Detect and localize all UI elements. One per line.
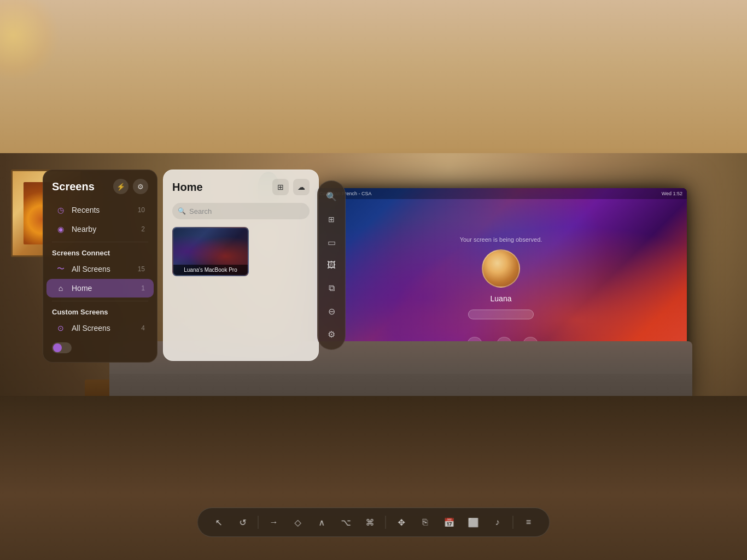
grid-icon: ⊞ — [277, 183, 284, 191]
diamond-tool[interactable]: ◇ — [288, 512, 308, 532]
circle-minus-icon: ⊖ — [328, 306, 335, 317]
layers-icon: ⧉ — [329, 283, 335, 293]
nav-item-recents[interactable]: ◷ Recents 10 — [46, 201, 154, 219]
recents-icon: ◷ — [55, 205, 66, 215]
nearby-label: Nearby — [72, 225, 136, 234]
mac-password-field[interactable] — [468, 310, 534, 319]
undo-icon: ↺ — [239, 517, 246, 528]
custom-screens-label: Custom Screens — [43, 305, 157, 318]
menu-tool[interactable]: ≡ — [519, 512, 539, 532]
cursor-tool[interactable]: ↖ — [209, 512, 229, 532]
mac-menu-bar: Canadian French - CSA Wed 1:52 — [315, 188, 687, 199]
toolbar-separator-3 — [513, 516, 513, 529]
option-tool[interactable]: ⌥ — [336, 512, 356, 532]
home-panel: Home ⊞ ☁ 🔍 Search Luana's MacBook Pro — [163, 170, 319, 361]
screens-panel-header: Screens ⚡ ⚙ — [43, 179, 157, 194]
option-icon: ⌥ — [341, 517, 351, 528]
flash-icon: ⚡ — [116, 183, 125, 191]
ceiling — [0, 0, 747, 153]
arrow-right-tool[interactable]: → — [264, 512, 284, 532]
gear-icon: ⚙ — [137, 183, 144, 191]
custom-all-screens-icon: ⊙ — [55, 323, 66, 334]
nearby-count: 2 — [141, 225, 145, 233]
toolbar-separator-1 — [258, 516, 259, 529]
all-screens-label: All Screens — [72, 265, 132, 273]
recents-count: 10 — [138, 206, 145, 214]
photo-icon: 🖼 — [327, 260, 336, 270]
search-placeholder: Search — [189, 207, 212, 215]
home-panel-title: Home — [172, 181, 203, 194]
move-icon: ✥ — [398, 517, 405, 528]
bottom-toolbar: ↖ ↺ → ◇ ∧ ⌥ ⌘ ✥ ⎘ 📅 ⬜ ♪ ≡ — [197, 508, 550, 537]
macbook-label: Luana's MacBook Pro — [173, 265, 248, 275]
recents-label: Recents — [72, 206, 132, 214]
cursor-icon: ↖ — [215, 517, 222, 528]
audio-icon: ♪ — [495, 517, 500, 527]
cloud-icon: ☁ — [297, 183, 305, 191]
copy-icon: ⎘ — [423, 517, 428, 527]
settings-button[interactable]: ⚙ — [133, 179, 148, 194]
command-tool[interactable]: ⌘ — [360, 512, 380, 532]
home-cloud-button[interactable]: ☁ — [293, 179, 310, 195]
search-icon: 🔍 — [178, 207, 186, 215]
chevron-up-icon: ∧ — [319, 517, 325, 528]
toolbar-circle-minus-button[interactable]: ⊖ — [322, 301, 341, 321]
toolbar-gear-button[interactable]: ⚙ — [322, 324, 341, 344]
home-search-bar[interactable]: 🔍 Search — [172, 203, 310, 219]
toggle-switch[interactable] — [52, 342, 72, 353]
header-icons: ⚡ ⚙ — [113, 179, 148, 194]
home-count: 1 — [141, 284, 145, 292]
macbook-thumbnail[interactable]: Luana's MacBook Pro — [172, 227, 249, 276]
observation-text: Your screen is being observed. — [460, 236, 542, 243]
home-icon: ⌂ — [55, 283, 66, 294]
flash-button[interactable]: ⚡ — [113, 179, 129, 194]
diamond-icon: ◇ — [295, 517, 301, 528]
divider-2 — [52, 301, 148, 301]
window-tool[interactable]: ⬜ — [464, 512, 483, 532]
nearby-icon: ◉ — [55, 224, 66, 235]
screens-panel-title: Screens — [52, 180, 95, 193]
nav-item-home[interactable]: ⌂ Home 1 — [46, 279, 154, 298]
command-icon: ⌘ — [366, 517, 375, 528]
home-header-actions: ⊞ ☁ — [272, 179, 310, 195]
home-panel-header: Home ⊞ ☁ — [172, 179, 310, 195]
divider-1 — [52, 242, 148, 242]
toolbar-grid-button[interactable]: ⊞ — [322, 209, 341, 229]
all-screens-icon: 〜 — [55, 264, 66, 275]
custom-all-screens-count: 4 — [141, 324, 145, 332]
all-screens-count: 15 — [138, 265, 145, 273]
nav-item-custom-all-screens[interactable]: ⊙ All Screens 4 — [46, 319, 154, 337]
calendar-icon: 📅 — [444, 517, 455, 528]
gear-icon: ⚙ — [328, 329, 335, 340]
toolbar-layers-button[interactable]: ⧉ — [322, 278, 341, 298]
undo-tool[interactable]: ↺ — [233, 512, 253, 532]
nav-item-all-screens[interactable]: 〜 All Screens 15 — [46, 260, 154, 278]
nav-item-nearby[interactable]: ◉ Nearby 2 — [46, 220, 154, 238]
toolbar-display-button[interactable]: ▭ — [322, 232, 341, 252]
search-icon: 🔍 — [326, 191, 337, 202]
side-toolbar: 🔍 ⊞ ▭ 🖼 ⧉ ⊖ ⚙ — [317, 180, 346, 350]
arrow-right-icon: → — [270, 517, 278, 527]
toggle-knob — [53, 343, 62, 352]
window-icon: ⬜ — [468, 517, 479, 528]
custom-all-screens-label: All Screens — [72, 324, 136, 332]
screens-connect-label: Screens Connect — [43, 246, 157, 259]
mac-avatar — [482, 249, 520, 288]
move-tool[interactable]: ✥ — [392, 512, 411, 532]
toolbar-photo-button[interactable]: 🖼 — [322, 255, 341, 275]
grid-icon: ⊞ — [328, 215, 335, 224]
screens-panel: Screens ⚡ ⚙ ◷ Recents 10 ◉ Nearby 2 Scre… — [43, 170, 157, 363]
home-label: Home — [72, 284, 136, 293]
chevron-up-tool[interactable]: ∧ — [312, 512, 332, 532]
mac-username: Luana — [491, 294, 512, 303]
mac-time: Wed 1:52 — [662, 191, 682, 196]
display-icon: ▭ — [328, 237, 336, 248]
calendar-tool[interactable]: 📅 — [440, 512, 459, 532]
toolbar-search-button[interactable]: 🔍 — [322, 186, 341, 206]
audio-tool[interactable]: ♪ — [488, 512, 507, 532]
menu-icon: ≡ — [526, 517, 531, 527]
home-grid-button[interactable]: ⊞ — [272, 179, 289, 195]
copy-tool[interactable]: ⎘ — [416, 512, 435, 532]
panel-footer — [43, 338, 157, 355]
toolbar-separator-2 — [386, 516, 386, 529]
